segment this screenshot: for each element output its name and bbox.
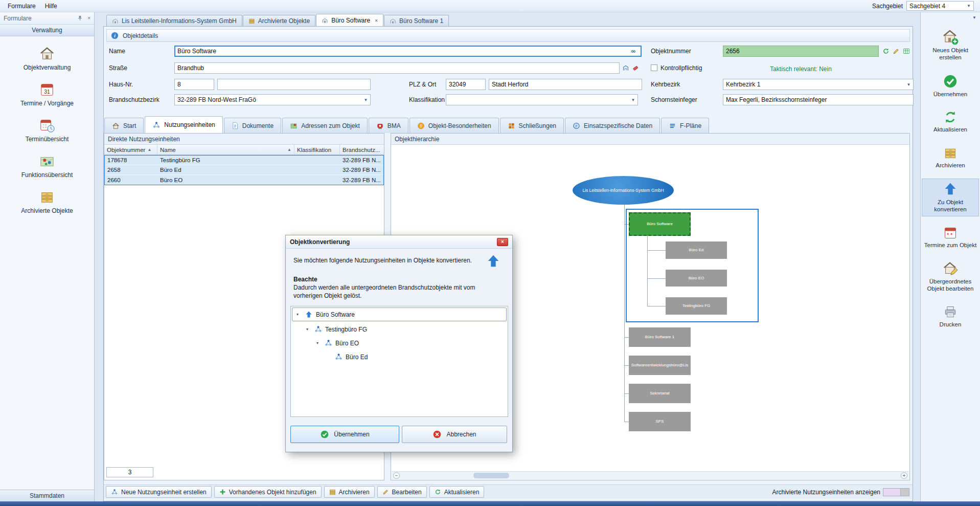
infinity-icon[interactable]: ∞: [628, 46, 639, 57]
archived-toggle[interactable]: [883, 488, 909, 496]
column-header-klassifikation[interactable]: Klassifikation: [294, 145, 340, 155]
strasse-input[interactable]: [174, 62, 620, 74]
sidebar-footer-stammdaten[interactable]: Stammdaten: [0, 490, 94, 501]
plz-input[interactable]: [446, 79, 486, 90]
tab-einsatzspezifische-daten[interactable]: Einsatzspezifische Daten: [565, 118, 660, 133]
sidebar-item-termine-vorgaenge[interactable]: 31 Termine / Vorgänge: [3, 80, 91, 109]
pin-icon[interactable]: [77, 15, 83, 21]
new-unit-button[interactable]: Neue Nutzungseinheit erstellen: [106, 486, 212, 498]
edit-button[interactable]: Bearbeiten: [377, 486, 427, 498]
ok-button[interactable]: Übernehmen: [290, 426, 399, 443]
menubar-item-formulare[interactable]: Formulare: [3, 1, 40, 11]
refresh-button[interactable]: Aktualisieren: [429, 486, 485, 498]
house-icon: [39, 46, 55, 61]
action-uebergeordnetes-objekt[interactable]: Übergeordnetes Objekt bearbeiten: [922, 258, 979, 296]
archive-icon: [248, 18, 255, 24]
action-termine-zum-objekt[interactable]: Termine zum Objekt: [922, 223, 979, 252]
sidebar-item-archivierte-objekte[interactable]: Archivierte Objekte: [3, 187, 91, 216]
chevron-down-icon[interactable]: ▼: [972, 15, 976, 20]
building-icon[interactable]: [621, 62, 630, 74]
doctab-archivierte-objekte[interactable]: Archivierte Objekte: [243, 15, 315, 27]
cancel-button[interactable]: Abbrechen: [402, 426, 507, 443]
expand-icon[interactable]: ▾: [316, 341, 322, 345]
connector-line: [624, 422, 629, 422]
dialog-titlebar[interactable]: Objektkonvertierung ×: [286, 235, 512, 249]
sidebar-item-funktionsuebersicht[interactable]: Funktionsübersicht: [3, 151, 91, 181]
tab-close-icon[interactable]: ×: [375, 18, 378, 24]
sidebar-item-terminuebersicht[interactable]: Terminübersicht: [3, 116, 91, 145]
action-uebernehmen[interactable]: Übernehmen: [922, 71, 979, 101]
hierarchy-scrollbar[interactable]: − +: [392, 471, 909, 479]
column-header-objektnummer[interactable]: Objektnummer▲: [104, 145, 157, 155]
add-existing-object-button[interactable]: Vorhandenes Objekt hinzufügen: [214, 486, 322, 498]
hausnr-zusatz-input[interactable]: [217, 79, 371, 90]
child-node[interactable]: Testingbüro FG: [666, 297, 727, 315]
action-drucken[interactable]: Drucken: [922, 302, 979, 332]
zoom-out-button[interactable]: −: [393, 472, 400, 479]
column-header-brandschutz[interactable]: Brandschutz...: [340, 145, 383, 155]
doctab-lis-gmbh[interactable]: Lis Leitstellen-Informations-System GmbH: [106, 15, 242, 27]
action-neues-objekt[interactable]: Neues Objekt erstellen: [922, 26, 979, 64]
schornsteinfeger-input[interactable]: [723, 94, 914, 105]
archive-button[interactable]: Archivieren: [324, 486, 375, 498]
brandschutzbezirk-select[interactable]: 32-289 FB Nord-West FraGö ▼: [174, 94, 371, 105]
child-node[interactable]: Büro EO: [666, 270, 727, 287]
tab-f-plaene[interactable]: F-Pläne: [661, 118, 709, 133]
close-icon[interactable]: ×: [87, 15, 90, 21]
tab-objekt-besonderheiten[interactable]: ! Objekt-Besonderheiten: [409, 118, 499, 133]
sidebar-item-objektverwaltung[interactable]: Objektverwaltung: [3, 44, 91, 73]
scroll-track[interactable]: [402, 473, 899, 478]
clear-icon[interactable]: [631, 62, 640, 74]
house-icon: [112, 122, 120, 129]
tab-start[interactable]: Start: [104, 118, 144, 133]
nutzungseinheiten-caption: Direkte Nutzungseinheiten: [104, 134, 384, 145]
action-archivieren[interactable]: Archivieren: [922, 143, 979, 172]
network-icon: [314, 325, 322, 333]
tab-adressen[interactable]: Adressen zum Objekt: [282, 118, 368, 133]
tree-row[interactable]: ▾ Büro Software: [292, 307, 507, 321]
action-aktualisieren[interactable]: Aktualisieren: [922, 107, 979, 137]
doctab-buero-software[interactable]: Büro Software ×: [316, 14, 383, 27]
sidebar-group-verwaltung[interactable]: Verwaltung: [0, 25, 94, 36]
dialog-close-button[interactable]: ×: [497, 238, 508, 246]
action-zu-objekt-konvertieren[interactable]: Zu Objekt konvertieren: [922, 179, 979, 216]
menubar-item-hilfe[interactable]: Hilfe: [40, 1, 62, 11]
tab-bma[interactable]: BMA: [369, 118, 408, 133]
sort-asc-icon: ▲: [147, 147, 151, 152]
scroll-thumb[interactable]: [473, 473, 509, 478]
tab-schliessungen[interactable]: Schließungen: [500, 118, 564, 133]
objektnummer-field[interactable]: [723, 46, 879, 57]
tree-row[interactable]: Büro Ed: [291, 350, 508, 364]
sachgebiet-select[interactable]: Sachgebiet 4 ▼: [906, 1, 974, 11]
child-node[interactable]: Büro Ed: [666, 241, 727, 259]
kontrollpflichtig-checkbox[interactable]: [651, 64, 657, 71]
root-node[interactable]: Lis Leitstellen-Informations-System GmbH: [573, 176, 674, 205]
table-row[interactable]: 2660 Büro EO 32-289 FB N...: [105, 175, 383, 185]
klassifikation-select[interactable]: ▼: [446, 94, 638, 105]
selected-node[interactable]: Büro Software: [629, 212, 691, 236]
tree-row[interactable]: ▾ Büro EO: [291, 336, 508, 350]
ort-input[interactable]: [489, 79, 642, 90]
grid-icon[interactable]: [902, 46, 911, 57]
sibling-node[interactable]: Sekretariat: [629, 384, 691, 403]
tab-dokumente[interactable]: Dokumente: [224, 118, 281, 133]
tab-nutzungseinheiten[interactable]: Nutzungseinheiten: [145, 116, 222, 133]
table-row[interactable]: 178678 Testingbüro FG 32-289 FB N...: [105, 156, 383, 165]
calendar-icon: 31: [39, 82, 55, 97]
kehrbezirk-select[interactable]: Kehrbezirk 1 ▼: [723, 79, 914, 90]
column-header-name[interactable]: Name▲: [157, 145, 294, 155]
refresh-icon[interactable]: [881, 46, 891, 57]
table-row[interactable]: 2658 Büro Ed 32-289 FB N...: [105, 165, 383, 175]
x-circle-icon: [432, 430, 442, 439]
edit-icon[interactable]: [892, 46, 901, 57]
expand-icon[interactable]: ▾: [297, 312, 302, 317]
expand-icon[interactable]: ▾: [306, 327, 311, 332]
hausnr-input[interactable]: [174, 79, 214, 90]
doctab-buero-software-1[interactable]: Büro Software 1: [384, 15, 449, 27]
zoom-in-button[interactable]: +: [901, 472, 907, 479]
sibling-node[interactable]: Softwareentwicklungsbüro@Lis: [629, 356, 691, 375]
sibling-node[interactable]: Büro Software 1: [629, 327, 691, 347]
sibling-node[interactable]: SPS: [629, 412, 691, 431]
name-input[interactable]: [174, 46, 642, 57]
tree-row[interactable]: ▾ Testingbüro FG: [291, 322, 508, 336]
